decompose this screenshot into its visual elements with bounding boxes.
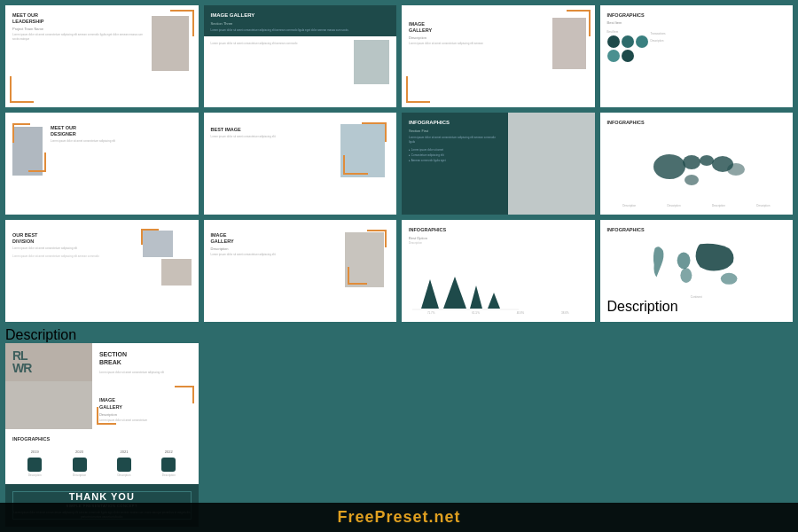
slide-1-title: MEET OUR LEADERSHIP — [12, 12, 148, 25]
slide-8-legend: Description Description Description Desc… — [607, 204, 786, 207]
slide-10-title: IMAGE GALLERY — [211, 232, 346, 245]
watermark: FreePreset.net — [0, 503, 798, 532]
slide-13-photo-wrap: RLWR — [5, 343, 92, 382]
slide-9-photo-2 — [161, 259, 192, 286]
slide-1: MEET OUR LEADERSHIP Project Team Name Lo… — [5, 5, 199, 107]
slide-7-title: INFOGRAPHICS — [409, 120, 501, 127]
slide-12-title: INFOGRAPHICS — [607, 227, 786, 233]
svg-marker-8 — [470, 286, 482, 309]
slide-9-frame — [141, 229, 159, 245]
slide-15-icon-box-1 — [27, 458, 42, 472]
watermark-prefix: Free — [337, 508, 374, 526]
slide-6-title: BEST IMAGE — [211, 127, 341, 133]
slide-15-years: 2019 2020 2021 2022 — [12, 450, 192, 454]
slide-8-leg-1: Description — [622, 204, 636, 207]
slide-8-leg-3: Description — [712, 204, 725, 207]
slide-8-leg-4: Description — [756, 204, 770, 207]
slide-11-desc: Description — [409, 241, 588, 277]
slide-4-icon-2 — [622, 35, 634, 48]
svg-point-5 — [685, 175, 699, 185]
slide-7-list: ▸ Lorem ipsum dolor sit amet ▸ Consectet… — [409, 147, 501, 163]
slide-15-icon-1: Description — [27, 458, 42, 477]
slide-11-chart — [409, 277, 588, 310]
slide-3-photo — [552, 18, 586, 69]
slide-15-icon-box-3 — [117, 458, 131, 472]
slide-14-text: IMAGE GALLERY Description Lorem ipsum do… — [92, 381, 199, 429]
slide-14-photo — [5, 381, 92, 429]
slide-15-icon-label-4: Description — [161, 473, 176, 477]
svg-marker-6 — [421, 279, 439, 309]
svg-marker-7 — [443, 277, 466, 309]
slide-14: IMAGE GALLERY Description Lorem ipsum do… — [5, 381, 199, 429]
slide-4-row1 — [607, 35, 648, 48]
slide-11-label-4: 38.6% — [561, 311, 569, 315]
slide-12-svg — [644, 236, 748, 293]
slide-5: MEET OUR DESIGNER Lorem ipsum dolor sit … — [5, 113, 199, 215]
slide-2-extra-text: Lorem ipsum dolor sit amet consectetuer … — [211, 40, 351, 102]
slide-13-body: Lorem ipsum dolor sit amet consectetuer … — [99, 371, 192, 375]
slide-15-year-4: 2022 — [165, 450, 173, 454]
slide-4-icon-3 — [636, 35, 648, 48]
slide-9-text: OUR BEST DIVISION Lorem ipsum dolor sit … — [12, 227, 143, 259]
slide-5-frame-br — [28, 153, 46, 172]
slide-4-icons: Best Item Transactions Description — [607, 30, 786, 62]
slide-9-title: OUR BEST DIVISION — [12, 232, 143, 245]
slide-4-icon-5 — [622, 50, 634, 62]
slide-2-title: IMAGE GALLERY — [211, 12, 390, 20]
slide-6-text: BEST IMAGE Lorem ipsum dolor sit amet co… — [211, 120, 341, 139]
slide-3-body: Lorem ipsum dolor sit amet consectetuer … — [409, 42, 549, 46]
slide-14-photo-wrap — [5, 381, 92, 429]
slide-10-subtitle: Description — [211, 246, 346, 251]
slide-5-image-wrap — [12, 120, 46, 176]
slide-15-icon-4: Description — [161, 458, 176, 477]
slide-2-subtitle: Section Three — [211, 21, 390, 26]
slide-4-title: INFOGRAPHICS — [607, 12, 786, 19]
slide-4-icon-4 — [607, 50, 620, 62]
slide-12-leg-2: Description — [607, 299, 786, 315]
slide-8-title: INFOGRAPHICS — [607, 120, 786, 126]
slide-7: INFOGRAPHICS Section First Lorem ipsum d… — [402, 113, 595, 215]
slide-8-leg-2: Description — [668, 204, 681, 207]
slide-2: IMAGE GALLERY Section Three Lorem ipsum … — [204, 5, 397, 107]
slide-9-extra: Lorem ipsum dolor sit amet consectetuer … — [12, 254, 143, 259]
slide-14-frame-tr — [175, 386, 194, 403]
slide-1-body: Lorem ipsum dolor sit amet consectetuer … — [12, 33, 148, 41]
slide-15-icon-2: Description — [73, 458, 87, 477]
slide-1-image — [152, 12, 192, 71]
slide-12-leg-3: Description RLWR SECTION BREAK Lorem ips… — [5, 327, 199, 527]
svg-point-4 — [727, 163, 745, 176]
slide-11-subtitle: Best Option — [409, 236, 588, 240]
slide-4-row2 — [607, 50, 648, 62]
slide-12: INFOGRAPHICS Continent Description — [600, 220, 794, 322]
slide-9: OUR BEST DIVISION Lorem ipsum dolor sit … — [5, 220, 199, 322]
slide-4-col1: Best Item — [607, 30, 648, 62]
slide-2-header: IMAGE GALLERY Section Three Lorem ipsum … — [204, 5, 397, 36]
slide-3-subtitle: Description — [409, 35, 549, 40]
slide-15-icon-label-2: Description — [73, 473, 87, 477]
slide-10-text: IMAGE GALLERY Description Lorem ipsum do… — [211, 227, 346, 257]
slide-3-image-wrap — [552, 12, 588, 69]
slide-8-map-svg — [643, 136, 749, 198]
slide-4-subtitle: Best Item — [607, 20, 786, 25]
slide-11-title: INFOGRAPHICS — [409, 227, 588, 233]
slide-11-label-1: 71.7% — [427, 311, 435, 315]
slide-4-icon-1 — [607, 35, 620, 48]
slide-2-content: Lorem ipsum dolor sit amet consectetuer … — [204, 36, 397, 107]
slide-9-body: Lorem ipsum dolor sit amet consectetuer … — [12, 246, 143, 251]
slide-11-label-3: 40.8% — [517, 311, 525, 315]
svg-point-2 — [700, 155, 714, 166]
slide-1-subtitle: Project Team Name — [12, 27, 148, 31]
slide-10-body: Lorem ipsum dolor sit amet consectetuer … — [211, 253, 346, 257]
slide-15: INFOGRAPHICS 2019 2020 2021 2022 Descrip… — [5, 429, 199, 484]
watermark-highlight: Preset — [374, 508, 428, 526]
svg-marker-9 — [488, 293, 500, 309]
svg-point-12 — [681, 269, 692, 284]
slide-11-label-2: 61.5% — [472, 311, 480, 315]
slide-15-icon-label-1: Description — [27, 473, 42, 477]
slide-2-body: Lorem ipsum dolor sit amet consectetuer … — [211, 28, 390, 33]
slide-2-photo — [354, 40, 389, 84]
slide-7-photo — [508, 113, 595, 215]
slide-15-icons: Description Description Description Desc… — [12, 458, 192, 477]
slide-7-photo-wrap — [508, 113, 595, 215]
slide-13-text: SECTION BREAK Lorem ipsum dolor sit amet… — [92, 343, 199, 382]
